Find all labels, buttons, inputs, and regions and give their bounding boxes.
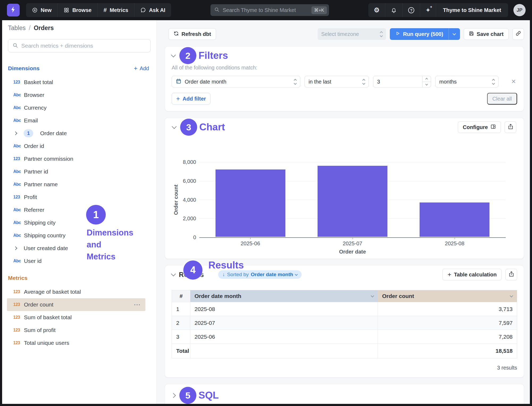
- filter-value-input[interactable]: 3: [373, 76, 431, 88]
- y-tick: 2,000: [183, 216, 196, 222]
- metric-item-sum-of-profit[interactable]: 123 Sum of profit: [2, 324, 157, 337]
- timezone-select[interactable]: Select timezone: [318, 28, 386, 40]
- dimension-item-order-date[interactable]: 1 Order date: [2, 127, 157, 140]
- dimension-item-email[interactable]: Abc Email: [2, 114, 157, 127]
- field-label: User id: [24, 258, 42, 264]
- field-label: Browser: [24, 92, 44, 98]
- app-logo[interactable]: [7, 4, 20, 16]
- global-search-input[interactable]: Search Thyme to Shine Market ⌘+K: [210, 4, 329, 16]
- dimension-item-profit[interactable]: 123 Profit: [2, 191, 157, 204]
- field-label: Currency: [24, 105, 47, 111]
- export-chart-button[interactable]: [505, 121, 516, 133]
- dimension-item-partner-name[interactable]: Abc Partner name: [2, 178, 157, 191]
- field-type-icon: Abc: [13, 182, 22, 187]
- clear-all-filters-button[interactable]: Clear all: [487, 93, 517, 105]
- dimension-item-basket-total[interactable]: 123 Basket total: [2, 76, 157, 89]
- search-icon: [214, 7, 219, 13]
- dimension-item-referrer[interactable]: Abc Referrer: [2, 204, 157, 216]
- dimension-item-partner-id[interactable]: Abc Partner id: [2, 165, 157, 178]
- org-switcher[interactable]: Thyme to Shine Market: [436, 3, 508, 17]
- breadcrumb-tables-link[interactable]: Tables: [8, 24, 26, 32]
- top-navbar: NewBrowse#MetricsAsk AI Search Thyme to …: [2, 0, 530, 20]
- gear-button[interactable]: ⚙: [368, 3, 386, 17]
- add-filter-button[interactable]: +Add filter: [172, 93, 210, 105]
- add-dimension-button[interactable]: +Add: [134, 65, 149, 72]
- order-date-month-cell: 2025-06: [190, 330, 378, 343]
- filter-field-select[interactable]: Order date month: [172, 76, 300, 88]
- bar-2025-08[interactable]: [420, 202, 489, 237]
- screenshot-frame: NewBrowse#MetricsAsk AI Search Thyme to …: [0, 0, 532, 406]
- hash-icon: #: [103, 7, 107, 14]
- filter-operator-select[interactable]: in the last: [305, 76, 369, 88]
- collapse-chart-icon[interactable]: [172, 124, 176, 129]
- field-label: Shipping country: [24, 232, 65, 239]
- share-link-button[interactable]: [512, 28, 524, 40]
- collapse-filters-icon[interactable]: [171, 52, 176, 57]
- metric-item-order-count[interactable]: 123 Order count ⋯: [7, 298, 145, 311]
- column-header-order-date-month[interactable]: Order date month: [190, 290, 378, 302]
- chart-plot-area: [199, 162, 506, 237]
- dimension-item-partner-commission[interactable]: 123 Partner commission: [2, 152, 157, 165]
- chevron-down-icon[interactable]: [371, 294, 374, 297]
- sorted-by-pill[interactable]: ↓ Sorted by Order date month: [218, 270, 302, 279]
- order-date-month-cell: 2025-08: [190, 302, 378, 316]
- annotation-circle-1: 1: [86, 205, 106, 225]
- field-label: Profit: [24, 194, 37, 200]
- bar-2025-06[interactable]: [216, 169, 285, 237]
- bar-2025-07[interactable]: [318, 166, 387, 237]
- order-count-cell: 3,713: [378, 302, 517, 316]
- save-chart-button[interactable]: Save chart: [464, 28, 509, 40]
- column-header-order-count[interactable]: Order count: [378, 290, 517, 302]
- bell-button[interactable]: [385, 3, 403, 17]
- run-query-button[interactable]: Run query (500): [390, 28, 460, 40]
- chevron-down-icon[interactable]: [510, 294, 513, 297]
- bell-icon: [391, 7, 397, 13]
- dimension-item-currency[interactable]: Abc Currency: [2, 101, 157, 114]
- field-label: Partner name: [24, 181, 58, 188]
- metrics-list: 123 Average of basket total 123 Order co…: [2, 285, 157, 349]
- metric-item-total-unique-users[interactable]: 123 Total unique users: [2, 337, 157, 349]
- export-results-button[interactable]: [505, 269, 517, 280]
- remove-filter-button[interactable]: ✕: [511, 78, 516, 85]
- collapse-results-icon[interactable]: [171, 271, 176, 276]
- dimension-item-browser[interactable]: Abc Browser: [2, 89, 157, 101]
- table-calculation-button[interactable]: + Table calculation: [442, 269, 502, 280]
- dimension-item-order-id[interactable]: Abc Order id: [2, 140, 157, 152]
- dimension-item-user-created-date[interactable]: User created date: [2, 242, 157, 255]
- nav-item-ask-ai[interactable]: Ask AI: [134, 3, 171, 17]
- user-avatar[interactable]: JP: [513, 4, 526, 16]
- annotation-label-sql: SQL: [199, 390, 219, 401]
- run-query-dropdown[interactable]: [449, 28, 460, 40]
- y-axis-ticks: 02,0004,0006,0008,000: [179, 162, 199, 237]
- nav-item-metrics[interactable]: #Metrics: [98, 3, 134, 17]
- stepper-up-button[interactable]: [423, 76, 431, 82]
- help-button[interactable]: ?: [403, 3, 420, 17]
- filter-rule-row: Order date month in the last 3: [172, 76, 517, 88]
- panel-icon: [491, 124, 496, 131]
- chat-sparkle-icon: [140, 7, 146, 13]
- refresh-dbt-button[interactable]: Refresh dbt: [168, 28, 216, 40]
- expand-sql-icon[interactable]: [171, 393, 176, 398]
- sparkles-button[interactable]: ✦✦: [420, 3, 436, 17]
- metric-item-average-of-basket-total[interactable]: 123 Average of basket total: [2, 285, 157, 298]
- dimension-item-user-id[interactable]: Abc User id: [2, 255, 157, 267]
- chevron-right-icon[interactable]: [14, 131, 17, 135]
- link-icon: [516, 31, 521, 38]
- field-type-icon: Abc: [13, 208, 22, 212]
- y-axis-title: Order count: [172, 162, 179, 237]
- nav-item-browse[interactable]: Browse: [58, 3, 98, 17]
- column-header-index: #: [172, 290, 190, 302]
- metric-item-sum-of-basket-total[interactable]: 123 Sum of basket total: [2, 311, 157, 324]
- results-table: # Order date month Order count 12025-083…: [172, 290, 517, 358]
- fields-search-input[interactable]: Search metrics + dimensions: [8, 39, 151, 52]
- configure-chart-button[interactable]: Configure: [458, 121, 501, 133]
- filter-unit-select[interactable]: months: [435, 76, 499, 88]
- field-menu-button[interactable]: ⋯: [134, 301, 141, 309]
- nav-item-new[interactable]: New: [26, 3, 58, 17]
- dimension-item-shipping-city[interactable]: Abc Shipping city: [2, 216, 157, 229]
- field-type-icon: Abc: [13, 259, 22, 263]
- stepper-down-button[interactable]: [423, 82, 431, 88]
- chevron-right-icon[interactable]: [14, 246, 17, 250]
- keyboard-shortcut-badge: ⌘+K: [311, 6, 327, 14]
- dimensions-list: 123 Basket total Abc Browser Abc Currenc…: [2, 76, 157, 267]
